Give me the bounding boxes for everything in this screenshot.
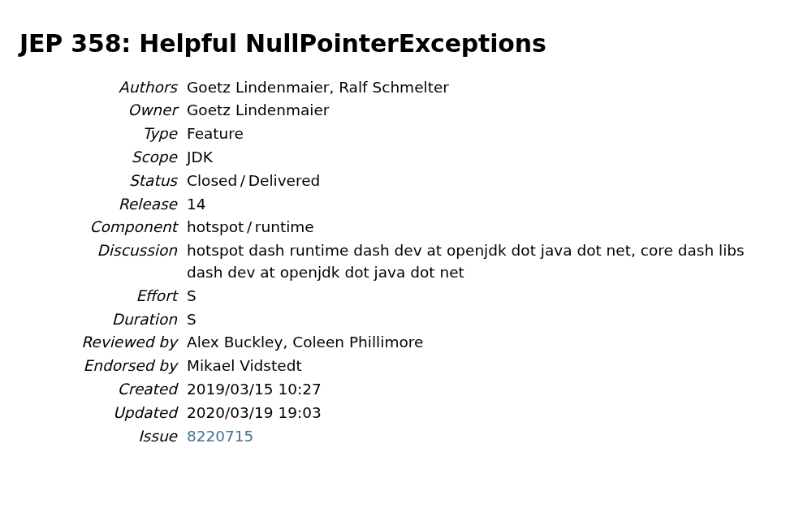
metadata-value: 14 xyxy=(182,193,776,217)
metadata-label: Authors xyxy=(47,76,182,100)
metadata-value: Goetz Lindenmaier xyxy=(182,99,776,123)
metadata-label: Release xyxy=(47,193,182,217)
metadata-row: TypeFeature xyxy=(47,123,776,146)
metadata-value: hotspot / runtime xyxy=(182,216,776,239)
metadata-table: AuthorsGoetz Lindenmaier, Ralf Schmelter… xyxy=(47,76,776,449)
issue-link[interactable]: 8220715 xyxy=(187,428,253,445)
metadata-label: Type xyxy=(47,123,182,146)
metadata-row: Discussionhotspot dash runtime dash dev … xyxy=(47,239,776,285)
metadata-label: Owner xyxy=(47,99,182,123)
metadata-value: Alex Buckley, Coleen Phillimore xyxy=(182,331,776,355)
metadata-value: hotspot dash runtime dash dev at openjdk… xyxy=(182,239,776,285)
metadata-label: Discussion xyxy=(47,239,182,285)
metadata-value: Closed / Delivered xyxy=(182,170,776,193)
metadata-row: Endorsed byMikael Vidstedt xyxy=(47,355,776,378)
metadata-label: Duration xyxy=(47,308,182,332)
metadata-label: Status xyxy=(47,170,182,193)
metadata-label: Endorsed by xyxy=(47,355,182,378)
metadata-row: Issue8220715 xyxy=(47,425,776,449)
metadata-value: S xyxy=(182,285,776,308)
metadata-row: Release14 xyxy=(47,193,776,217)
metadata-row: OwnerGoetz Lindenmaier xyxy=(47,99,776,123)
metadata-row: Componenthotspot / runtime xyxy=(47,216,776,239)
metadata-value: JDK xyxy=(182,146,776,170)
metadata-row: StatusClosed / Delivered xyxy=(47,170,776,193)
metadata-row: EffortS xyxy=(47,285,776,308)
metadata-row: Reviewed byAlex Buckley, Coleen Phillimo… xyxy=(47,331,776,355)
metadata-label: Updated xyxy=(47,402,182,425)
metadata-row: AuthorsGoetz Lindenmaier, Ralf Schmelter xyxy=(47,76,776,100)
metadata-value: Feature xyxy=(182,123,776,146)
metadata-label: Effort xyxy=(47,285,182,308)
metadata-label: Scope xyxy=(47,146,182,170)
metadata-label: Component xyxy=(47,216,182,239)
page-title: JEP 358: Helpful NullPointerExceptions xyxy=(19,26,793,62)
metadata-label: Created xyxy=(47,378,182,402)
metadata-value: Mikael Vidstedt xyxy=(182,355,776,378)
metadata-value: S xyxy=(182,308,776,332)
metadata-row: DurationS xyxy=(47,308,776,332)
metadata-label: Reviewed by xyxy=(47,331,182,355)
metadata-value: 2020/03/19 19:03 xyxy=(182,402,776,425)
metadata-value: 8220715 xyxy=(182,425,776,449)
metadata-value: Goetz Lindenmaier, Ralf Schmelter xyxy=(182,76,776,100)
metadata-row: Created2019/03/15 10:27 xyxy=(47,378,776,402)
metadata-label: Issue xyxy=(47,425,182,449)
metadata-row: ScopeJDK xyxy=(47,146,776,170)
metadata-value: 2019/03/15 10:27 xyxy=(182,378,776,402)
metadata-row: Updated2020/03/19 19:03 xyxy=(47,402,776,425)
